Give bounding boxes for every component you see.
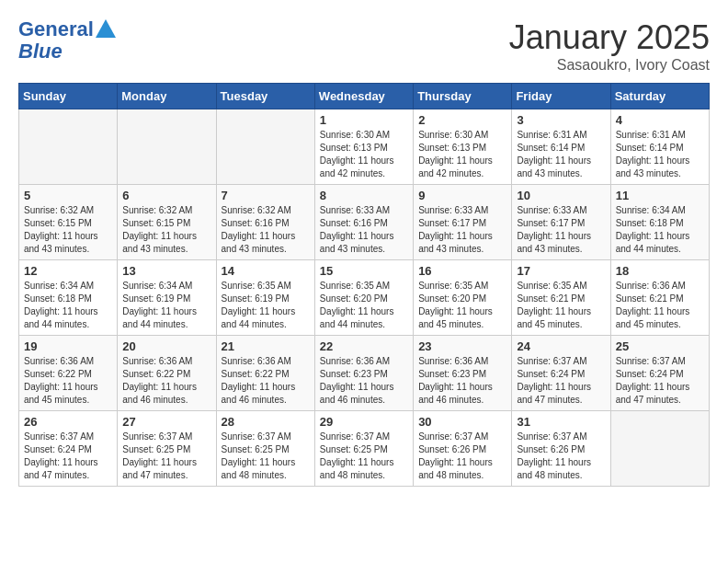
day-number: 13 bbox=[122, 264, 210, 278]
day-number: 29 bbox=[320, 415, 408, 429]
day-number: 21 bbox=[222, 339, 310, 353]
column-header-sunday: Sunday bbox=[19, 84, 118, 109]
day-number: 6 bbox=[122, 189, 210, 202]
calendar-week-4: 19Sunrise: 6:36 AM Sunset: 6:22 PM Dayli… bbox=[19, 336, 710, 411]
day-info: Sunrise: 6:32 AM Sunset: 6:15 PM Dayligh… bbox=[122, 204, 210, 256]
calendar-cell: 21Sunrise: 6:36 AM Sunset: 6:22 PM Dayli… bbox=[216, 336, 314, 411]
calendar-cell: 3Sunrise: 6:31 AM Sunset: 6:14 PM Daylig… bbox=[512, 109, 610, 185]
logo-triangle-icon bbox=[96, 19, 116, 38]
calendar-cell: 10Sunrise: 6:33 AM Sunset: 6:17 PM Dayli… bbox=[512, 185, 610, 260]
calendar-cell: 23Sunrise: 6:36 AM Sunset: 6:23 PM Dayli… bbox=[414, 336, 512, 411]
svg-marker-0 bbox=[96, 19, 116, 38]
calendar-cell: 28Sunrise: 6:37 AM Sunset: 6:25 PM Dayli… bbox=[216, 411, 314, 487]
day-number: 9 bbox=[418, 189, 506, 202]
day-number: 18 bbox=[616, 264, 704, 278]
calendar-week-5: 26Sunrise: 6:37 AM Sunset: 6:24 PM Dayli… bbox=[19, 411, 710, 487]
day-info: Sunrise: 6:37 AM Sunset: 6:24 PM Dayligh… bbox=[616, 355, 704, 407]
day-number: 5 bbox=[24, 189, 112, 202]
day-number: 24 bbox=[517, 339, 605, 353]
day-info: Sunrise: 6:36 AM Sunset: 6:23 PM Dayligh… bbox=[418, 355, 506, 407]
day-info: Sunrise: 6:30 AM Sunset: 6:13 PM Dayligh… bbox=[418, 129, 506, 180]
page-header: General Blue January 2025 Sasaoukro, Ivo… bbox=[18, 18, 710, 74]
calendar-cell: 14Sunrise: 6:35 AM Sunset: 6:19 PM Dayli… bbox=[216, 260, 314, 336]
calendar-cell: 12Sunrise: 6:34 AM Sunset: 6:18 PM Dayli… bbox=[19, 260, 118, 336]
column-header-saturday: Saturday bbox=[610, 84, 709, 109]
day-info: Sunrise: 6:36 AM Sunset: 6:22 PM Dayligh… bbox=[24, 355, 112, 407]
logo-text-blue: Blue bbox=[18, 40, 63, 63]
day-number: 12 bbox=[24, 264, 112, 278]
day-number: 16 bbox=[418, 264, 506, 278]
calendar-cell bbox=[19, 109, 118, 185]
day-info: Sunrise: 6:35 AM Sunset: 6:21 PM Dayligh… bbox=[517, 280, 605, 331]
calendar-week-3: 12Sunrise: 6:34 AM Sunset: 6:18 PM Dayli… bbox=[19, 260, 710, 336]
column-header-friday: Friday bbox=[512, 84, 610, 109]
calendar-cell: 25Sunrise: 6:37 AM Sunset: 6:24 PM Dayli… bbox=[610, 336, 709, 411]
calendar-cell: 24Sunrise: 6:37 AM Sunset: 6:24 PM Dayli… bbox=[512, 336, 610, 411]
day-info: Sunrise: 6:36 AM Sunset: 6:22 PM Dayligh… bbox=[122, 355, 210, 407]
calendar-cell: 20Sunrise: 6:36 AM Sunset: 6:22 PM Dayli… bbox=[118, 336, 216, 411]
day-info: Sunrise: 6:31 AM Sunset: 6:14 PM Dayligh… bbox=[616, 129, 704, 180]
day-info: Sunrise: 6:33 AM Sunset: 6:17 PM Dayligh… bbox=[517, 204, 605, 256]
day-info: Sunrise: 6:37 AM Sunset: 6:25 PM Dayligh… bbox=[320, 431, 408, 482]
day-number: 26 bbox=[24, 415, 112, 429]
calendar-cell: 29Sunrise: 6:37 AM Sunset: 6:25 PM Dayli… bbox=[314, 411, 413, 487]
calendar-table: SundayMondayTuesdayWednesdayThursdayFrid… bbox=[18, 83, 710, 487]
day-info: Sunrise: 6:35 AM Sunset: 6:19 PM Dayligh… bbox=[222, 280, 310, 331]
column-header-thursday: Thursday bbox=[414, 84, 512, 109]
day-number: 23 bbox=[418, 339, 506, 353]
calendar-cell: 31Sunrise: 6:37 AM Sunset: 6:26 PM Dayli… bbox=[512, 411, 610, 487]
column-header-monday: Monday bbox=[118, 84, 216, 109]
day-number: 25 bbox=[616, 339, 704, 353]
day-number: 4 bbox=[616, 113, 704, 127]
day-number: 14 bbox=[222, 264, 310, 278]
day-number: 7 bbox=[222, 189, 310, 202]
calendar-cell bbox=[118, 109, 216, 185]
calendar-cell: 11Sunrise: 6:34 AM Sunset: 6:18 PM Dayli… bbox=[610, 185, 709, 260]
day-number: 28 bbox=[222, 415, 310, 429]
day-number: 11 bbox=[616, 189, 704, 202]
day-info: Sunrise: 6:36 AM Sunset: 6:21 PM Dayligh… bbox=[616, 280, 704, 331]
column-header-tuesday: Tuesday bbox=[216, 84, 314, 109]
day-info: Sunrise: 6:37 AM Sunset: 6:26 PM Dayligh… bbox=[517, 431, 605, 482]
day-number: 1 bbox=[320, 113, 408, 127]
calendar-cell: 17Sunrise: 6:35 AM Sunset: 6:21 PM Dayli… bbox=[512, 260, 610, 336]
day-info: Sunrise: 6:31 AM Sunset: 6:14 PM Dayligh… bbox=[517, 129, 605, 180]
day-number: 3 bbox=[517, 113, 605, 127]
calendar-cell: 19Sunrise: 6:36 AM Sunset: 6:22 PM Dayli… bbox=[19, 336, 118, 411]
calendar-cell: 1Sunrise: 6:30 AM Sunset: 6:13 PM Daylig… bbox=[314, 109, 413, 185]
day-number: 10 bbox=[517, 189, 605, 202]
day-info: Sunrise: 6:33 AM Sunset: 6:17 PM Dayligh… bbox=[418, 204, 506, 256]
calendar-cell: 18Sunrise: 6:36 AM Sunset: 6:21 PM Dayli… bbox=[610, 260, 709, 336]
day-number: 15 bbox=[320, 264, 408, 278]
day-info: Sunrise: 6:36 AM Sunset: 6:23 PM Dayligh… bbox=[320, 355, 408, 407]
day-number: 2 bbox=[418, 113, 506, 127]
calendar-cell: 27Sunrise: 6:37 AM Sunset: 6:25 PM Dayli… bbox=[118, 411, 216, 487]
day-number: 27 bbox=[122, 415, 210, 429]
day-number: 20 bbox=[122, 339, 210, 353]
day-info: Sunrise: 6:35 AM Sunset: 6:20 PM Dayligh… bbox=[418, 280, 506, 331]
day-info: Sunrise: 6:36 AM Sunset: 6:22 PM Dayligh… bbox=[222, 355, 310, 407]
day-number: 19 bbox=[24, 339, 112, 353]
logo-text-general: General bbox=[18, 18, 94, 40]
calendar-cell: 2Sunrise: 6:30 AM Sunset: 6:13 PM Daylig… bbox=[414, 109, 512, 185]
day-info: Sunrise: 6:34 AM Sunset: 6:19 PM Dayligh… bbox=[122, 280, 210, 331]
calendar-cell bbox=[610, 411, 709, 487]
calendar-cell: 9Sunrise: 6:33 AM Sunset: 6:17 PM Daylig… bbox=[414, 185, 512, 260]
calendar-cell: 16Sunrise: 6:35 AM Sunset: 6:20 PM Dayli… bbox=[414, 260, 512, 336]
day-info: Sunrise: 6:37 AM Sunset: 6:25 PM Dayligh… bbox=[122, 431, 210, 482]
calendar-cell: 7Sunrise: 6:32 AM Sunset: 6:16 PM Daylig… bbox=[216, 185, 314, 260]
day-number: 22 bbox=[320, 339, 408, 353]
calendar-cell: 4Sunrise: 6:31 AM Sunset: 6:14 PM Daylig… bbox=[610, 109, 709, 185]
calendar-cell: 15Sunrise: 6:35 AM Sunset: 6:20 PM Dayli… bbox=[314, 260, 413, 336]
calendar-cell: 13Sunrise: 6:34 AM Sunset: 6:19 PM Dayli… bbox=[118, 260, 216, 336]
day-info: Sunrise: 6:34 AM Sunset: 6:18 PM Dayligh… bbox=[616, 204, 704, 256]
day-info: Sunrise: 6:30 AM Sunset: 6:13 PM Dayligh… bbox=[320, 129, 408, 180]
day-info: Sunrise: 6:34 AM Sunset: 6:18 PM Dayligh… bbox=[24, 280, 112, 331]
calendar-cell bbox=[216, 109, 314, 185]
main-title: January 2025 bbox=[509, 18, 710, 57]
day-info: Sunrise: 6:35 AM Sunset: 6:20 PM Dayligh… bbox=[320, 280, 408, 331]
day-info: Sunrise: 6:33 AM Sunset: 6:16 PM Dayligh… bbox=[320, 204, 408, 256]
day-info: Sunrise: 6:37 AM Sunset: 6:24 PM Dayligh… bbox=[517, 355, 605, 407]
calendar-cell: 30Sunrise: 6:37 AM Sunset: 6:26 PM Dayli… bbox=[414, 411, 512, 487]
calendar-cell: 5Sunrise: 6:32 AM Sunset: 6:15 PM Daylig… bbox=[19, 185, 118, 260]
